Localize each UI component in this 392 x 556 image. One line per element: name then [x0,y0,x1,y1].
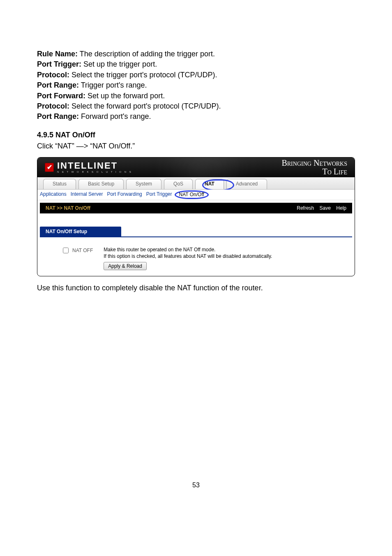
tab-system[interactable]: System [126,179,161,189]
breadcrumb: NAT >> NAT On/Off [46,205,90,211]
brand-bar: ✔ INTELLINET N E T W O R K S O L U T I O… [37,158,355,177]
brand-tagline: Bringing Networks To Life [281,159,347,176]
tab-nat-label: NAT [205,181,214,187]
def-text: Select the trigger port's protocol (TCP/… [71,71,217,79]
brand-tagline-line: Bringing Networks [281,159,347,167]
tab-nat[interactable]: NAT [195,179,224,189]
subtab-port-forwarding[interactable]: Port Forwarding [107,191,142,198]
def-text: Set up the trigger port. [83,60,157,68]
section-heading: 4.9.5 NAT On/Off [37,131,355,139]
after-text: Use this function to completely disable … [37,284,355,292]
panel-title: NAT On/Off Setup [40,227,121,236]
def-label: Port Range: [37,112,79,120]
def-text: The description of adding the trigger po… [80,50,215,58]
brand-subtitle: N E T W O R K S O L U T I O N S [57,171,132,173]
help-button[interactable]: Help [336,205,346,211]
nat-off-checkbox-label: NAT OFF [72,248,93,253]
tab-basic-setup[interactable]: Basic Setup [78,179,124,189]
def-text: Forward port's range. [81,112,151,120]
save-button[interactable]: Save [320,205,331,211]
path-bar: NAT >> NAT On/Off Refresh Save Help [40,203,352,213]
def-label: Port Forward: [37,92,85,100]
nat-off-checkbox[interactable] [63,248,69,253]
highlight-oval-icon: NAT On/Off [175,190,209,199]
subtab-nat-on-off[interactable]: NAT On/Off [179,192,204,197]
refresh-button[interactable]: Refresh [297,205,314,211]
def-label: Rule Name: [37,50,78,58]
nat-off-desc-line: Make this router be operated on the NAT … [104,246,272,253]
def-text: Set up the forward port. [88,92,165,100]
page-number: 53 [37,482,355,489]
def-label: Protocol: [37,102,69,110]
def-text: Trigger port's range. [81,81,147,89]
subtab-internal-server[interactable]: Internal Server [71,191,103,198]
brand-check-icon: ✔ [45,163,54,172]
tab-advanced[interactable]: Advanced [226,179,267,189]
form-area: NAT OFF Make this router be operated on … [37,237,355,276]
def-text: Select the forward port's protocol (TCP/… [71,102,221,110]
subtab-port-trigger[interactable]: Port Trigger [146,191,172,198]
nat-off-checkbox-row[interactable]: NAT OFF [61,246,93,255]
nat-off-desc-line: If this option is checked, all features … [104,253,272,259]
brand-tagline-line: To Life [281,167,347,176]
section-instruction: Click “NAT” —> “NAT On/Off.” [37,142,355,151]
tab-qos[interactable]: QoS [164,179,193,189]
router-screenshot: ✔ INTELLINET N E T W O R K S O L U T I O… [37,157,355,276]
definition-list: Rule Name: The description of adding the… [37,49,355,122]
subtab-applications[interactable]: Applications [40,191,67,198]
sub-tab-bar: Applications Internal Server Port Forwar… [37,190,355,200]
def-label: Port Trigger: [37,60,81,68]
def-label: Port Range: [37,81,79,89]
def-label: Protocol: [37,71,69,79]
apply-reload-button[interactable]: Apply & Reload [104,262,147,270]
brand-name: INTELLINET [57,161,132,170]
tab-status[interactable]: Status [43,179,76,189]
main-tab-bar: Status Basic Setup System QoS NAT Advanc… [37,177,355,190]
